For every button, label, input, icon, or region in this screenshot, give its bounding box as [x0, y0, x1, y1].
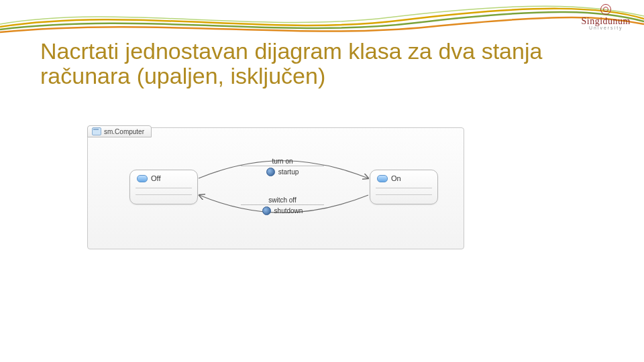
state-icon	[377, 175, 388, 182]
transition-trigger: turn on	[235, 158, 329, 165]
transition-effect: startup	[278, 168, 299, 176]
transition-switch-off[interactable]: switch off shutdown	[235, 196, 329, 215]
diagram-canvas: sm.Computer Off On turn on	[87, 127, 464, 249]
state-icon	[137, 175, 148, 182]
gear-icon	[262, 206, 271, 215]
header-waves	[0, 0, 644, 40]
state-off[interactable]: Off	[129, 170, 198, 204]
state-on-label: On	[391, 174, 401, 182]
logo-mark-icon	[600, 4, 611, 15]
state-on[interactable]: On	[370, 170, 438, 204]
gear-icon	[266, 168, 275, 176]
state-off-label: Off	[151, 174, 160, 182]
transition-turn-on[interactable]: turn on startup	[235, 158, 329, 176]
transition-trigger: switch off	[235, 196, 329, 204]
transition-effect: shutdown	[274, 207, 303, 215]
slide-title: Nacrtati jednostavan dijagram klasa za d…	[40, 39, 590, 89]
university-logo: Singidunum University	[582, 4, 631, 30]
